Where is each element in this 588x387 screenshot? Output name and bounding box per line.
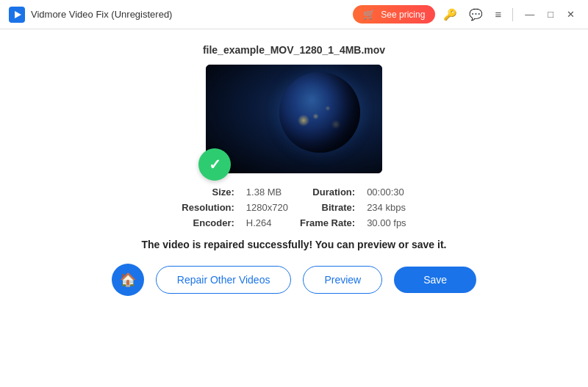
see-pricing-button[interactable]: 🛒 See pricing <box>353 5 435 23</box>
app-title: Vidmore Video Fix (Unregistered) <box>31 9 353 20</box>
preview-button[interactable]: Preview <box>303 266 382 294</box>
duration-label: Duration: <box>300 187 355 198</box>
close-button[interactable]: ✕ <box>562 7 579 21</box>
video-filename: file_example_MOV_1280_1_4MB.mov <box>203 44 385 56</box>
home-button[interactable]: 🏠 <box>112 264 144 296</box>
resolution-label: Resolution: <box>182 202 234 213</box>
key-icon-button[interactable]: 🔑 <box>440 7 461 23</box>
earth-globe <box>279 72 360 153</box>
titlebar-actions: 🛒 See pricing 🔑 💬 ≡ — □ ✕ <box>353 5 579 23</box>
encoder-label: Encoder: <box>182 217 234 228</box>
video-thumbnail-bg <box>206 65 382 173</box>
duration-value: 00:00:30 <box>367 187 406 198</box>
titlebar: Vidmore Video Fix (Unregistered) 🛒 See p… <box>0 0 588 29</box>
repair-other-button[interactable]: Repair Other Videos <box>156 266 292 294</box>
chat-icon-button[interactable]: 💬 <box>465 7 487 23</box>
bitrate-label: Bitrate: <box>300 202 355 213</box>
bitrate-value: 234 kbps <box>367 202 406 213</box>
size-label: Size: <box>182 187 234 198</box>
framerate-label: Frame Rate: <box>300 217 355 228</box>
save-button[interactable]: Save <box>394 267 476 293</box>
app-logo <box>9 7 25 23</box>
resolution-value: 1280x720 <box>246 202 288 213</box>
titlebar-separator <box>512 8 513 21</box>
size-value: 1.38 MB <box>246 187 288 198</box>
success-message: The video is repaired successfully! You … <box>142 239 447 250</box>
video-preview <box>206 65 382 173</box>
encoder-value: H.264 <box>246 217 288 228</box>
maximize-button[interactable]: □ <box>543 7 558 21</box>
framerate-value: 30.00 fps <box>367 217 406 228</box>
home-icon: 🏠 <box>120 272 136 288</box>
action-buttons-row: 🏠 Repair Other Videos Preview Save <box>112 264 476 296</box>
minimize-button[interactable]: — <box>520 7 539 21</box>
earth-lights <box>279 72 360 153</box>
menu-icon-button[interactable]: ≡ <box>491 7 505 22</box>
cart-icon: 🛒 <box>363 9 375 20</box>
success-check-badge: ✓ <box>198 148 231 181</box>
main-content: file_example_MOV_1280_1_4MB.mov ✓ Size: … <box>0 29 588 387</box>
video-preview-container: ✓ <box>206 65 382 173</box>
video-info-grid: Size: 1.38 MB Duration: 00:00:30 Resolut… <box>182 187 406 228</box>
